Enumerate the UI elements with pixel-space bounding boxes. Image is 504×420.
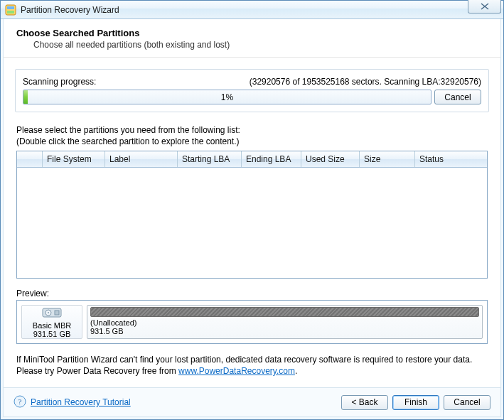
- note-text-2: .: [295, 366, 297, 376]
- preview-label: Preview:: [16, 289, 488, 298]
- scan-cancel-button[interactable]: Cancel: [434, 90, 481, 104]
- unallocated-block[interactable]: (Unallocated) 931.5 GB: [87, 305, 483, 339]
- disk-tile[interactable]: Basic MBR 931.51 GB: [21, 305, 82, 339]
- svg-point-5: [48, 312, 49, 313]
- page-title: Choose Searched Partitions: [16, 28, 488, 38]
- col-ending-lba[interactable]: Ending LBA: [242, 151, 301, 167]
- col-used-size[interactable]: Used Size: [301, 151, 360, 167]
- back-button[interactable]: < Back: [341, 395, 388, 410]
- heading: Choose Searched Partitions Choose all ne…: [4, 19, 500, 58]
- unallocated-size: 931.5 GB: [90, 327, 479, 335]
- recovery-note: If MiniTool Partition Wizard can't find …: [16, 354, 488, 377]
- close-button[interactable]: [468, 0, 501, 14]
- titlebar: Partition Recovery Wizard: [1, 1, 503, 19]
- cancel-button[interactable]: Cancel: [444, 395, 490, 410]
- col-checkbox[interactable]: [17, 151, 43, 167]
- wizard-window: Partition Recovery Wizard Choose Searche…: [0, 0, 504, 420]
- unallocated-bar: [90, 307, 479, 317]
- powerdatarecovery-link[interactable]: www.PowerDataRecovery.com: [178, 366, 295, 376]
- tutorial-link[interactable]: Partition Recovery Tutorial: [31, 397, 131, 407]
- disk-name: Basic MBR: [33, 321, 71, 330]
- scan-panel: Scanning progress: (32920576 of 19535251…: [15, 69, 489, 112]
- app-icon: [5, 4, 16, 16]
- preview-panel: Basic MBR 931.51 GB (Unallocated) 931.5 …: [16, 300, 488, 344]
- wizard-footer: ? Partition Recovery Tutorial < Back Fin…: [4, 387, 500, 416]
- partition-table[interactable]: File System Label Starting LBA Ending LB…: [16, 151, 488, 279]
- list-hint-2: (Double click the searched partition to …: [16, 136, 488, 146]
- finish-button[interactable]: Finish: [392, 395, 439, 410]
- help-icon: ?: [14, 395, 26, 410]
- window-title: Partition Recovery Wizard: [21, 5, 119, 15]
- disk-size: 931.51 GB: [33, 330, 71, 338]
- svg-text:?: ?: [18, 397, 22, 406]
- unallocated-name: (Unallocated): [90, 318, 479, 327]
- hdd-icon: [42, 306, 62, 321]
- col-starting-lba[interactable]: Starting LBA: [178, 151, 242, 167]
- scan-status: (32920576 of 1953525168 sectors. Scannin…: [250, 77, 481, 87]
- list-hint-1: Please select the partitions you need fr…: [16, 125, 488, 135]
- col-filesystem[interactable]: File System: [43, 151, 105, 167]
- svg-rect-6: [55, 311, 59, 315]
- svg-rect-1: [7, 6, 14, 9]
- progress-bar: 1%: [23, 90, 431, 104]
- wizard-body: Choose Searched Partitions Choose all ne…: [3, 19, 501, 417]
- page-subtitle: Choose all needed partitions (both exist…: [33, 40, 488, 50]
- col-status[interactable]: Status: [415, 151, 487, 167]
- svg-rect-2: [7, 11, 14, 14]
- table-header: File System Label Starting LBA Ending LB…: [17, 151, 487, 168]
- col-size[interactable]: Size: [360, 151, 415, 167]
- progress-percent: 1%: [23, 90, 431, 104]
- scan-label: Scanning progress:: [23, 77, 96, 87]
- col-label[interactable]: Label: [105, 151, 178, 167]
